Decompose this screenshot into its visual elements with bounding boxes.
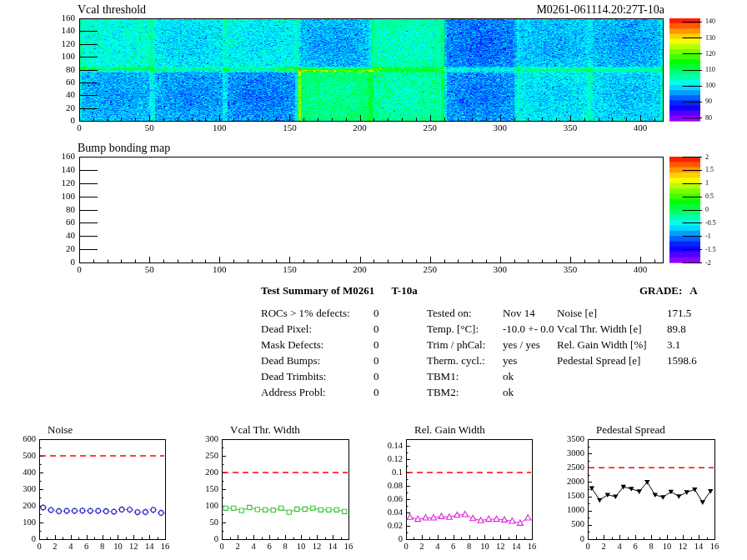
x-axis-tick-label: 250: [414, 122, 447, 132]
y-axis-tick-label: 40: [33, 230, 75, 240]
colorbar-tick-label: -1: [705, 232, 711, 240]
x-axis-tick-label: 50: [133, 264, 166, 274]
y-axis-tick-label: 160: [33, 12, 75, 22]
colorbar-tick-label: 80: [705, 114, 712, 122]
y-axis-tick-label: 140: [33, 164, 75, 174]
y-axis-tick-label: 500: [548, 519, 584, 528]
x-axis-tick-label: 100: [203, 122, 236, 132]
y-axis-tick-label: 100: [33, 191, 75, 201]
colorbar-tick-label: 110: [705, 66, 715, 73]
x-axis-tick-label: 16: [519, 542, 544, 551]
y-axis-tick-label: 3500: [548, 434, 584, 443]
colorbar-tick-label: -2: [705, 259, 711, 267]
x-axis-tick-label: 100: [203, 264, 236, 274]
x-axis-tick-label: 150: [273, 264, 306, 274]
module-test-report: Vcal threshold M0261-061114.20:27T-10a B…: [0, 0, 747, 560]
x-axis-tick-label: 16: [153, 542, 178, 551]
y-axis-tick-label: 150: [182, 484, 218, 493]
y-axis-tick-label: 2500: [548, 462, 584, 472]
x-axis-tick-label: 16: [702, 542, 727, 551]
y-axis-tick-label: 120: [33, 178, 75, 188]
y-axis-tick-label: 100: [0, 518, 36, 527]
y-axis-tick-label: 500: [0, 451, 36, 460]
x-axis-tick-label: 16: [336, 542, 361, 551]
colorbar-tick-label: 140: [705, 18, 715, 25]
x-axis-tick-label: 350: [554, 264, 587, 274]
x-axis-tick-label: 350: [554, 122, 587, 132]
x-axis-tick-label: 400: [624, 122, 657, 132]
colorbar-tick-label: 100: [705, 82, 715, 89]
y-axis-tick-label: 3000: [548, 448, 584, 458]
x-axis-tick-label: 50: [133, 122, 166, 132]
x-axis-tick-label: 0: [63, 122, 96, 132]
y-axis-tick-label: 200: [182, 468, 218, 477]
y-axis-tick-label: 100: [182, 501, 218, 510]
y-axis-tick-label: 0.04: [366, 508, 403, 517]
y-axis-tick-label: 80: [33, 204, 75, 214]
y-axis-tick-label: 600: [0, 434, 36, 443]
colorbar-tick-label: 120: [705, 50, 715, 58]
colorbar-tick-label: 2: [705, 153, 709, 161]
x-axis-tick-label: 300: [484, 122, 517, 132]
y-axis-tick-label: 300: [182, 434, 218, 443]
y-axis-tick-label: 0.02: [366, 521, 403, 530]
y-axis-tick-label: 60: [33, 217, 75, 227]
x-axis-tick-label: 200: [343, 264, 377, 274]
axis-labels-layer: 0204060801001201401600501001502002503003…: [0, 0, 747, 560]
colorbar-tick-label: 1: [705, 179, 709, 187]
x-axis-tick-label: 0: [63, 264, 96, 274]
x-axis-tick-label: 250: [414, 264, 447, 274]
y-axis-tick-label: 0.06: [366, 494, 403, 503]
y-axis-tick-label: 120: [33, 38, 75, 48]
colorbar-tick-label: 0: [705, 206, 709, 213]
y-axis-tick-label: 200: [0, 501, 36, 510]
colorbar-tick-label: 90: [705, 98, 712, 105]
y-axis-tick-label: 160: [33, 151, 75, 161]
y-axis-tick-label: 300: [0, 484, 36, 493]
y-axis-tick-label: 50: [182, 518, 218, 527]
y-axis-tick-label: 0.12: [366, 454, 403, 463]
y-axis-tick-label: 20: [33, 102, 75, 112]
y-axis-tick-label: 0.08: [366, 481, 403, 490]
y-axis-tick-label: 2000: [548, 477, 584, 486]
y-axis-tick-label: 100: [33, 51, 75, 61]
x-axis-tick-label: 200: [343, 122, 377, 132]
x-axis-tick-label: 150: [273, 122, 306, 132]
y-axis-tick-label: 0.14: [366, 441, 403, 450]
colorbar-tick-label: -1.5: [705, 246, 716, 253]
x-axis-tick-label: 400: [624, 264, 657, 274]
y-axis-tick-label: 20: [33, 243, 75, 253]
y-axis-tick-label: 140: [33, 25, 75, 35]
y-axis-tick-label: 80: [33, 64, 75, 74]
y-axis-tick-label: 400: [0, 468, 36, 477]
colorbar-tick-label: 130: [705, 34, 715, 42]
colorbar-tick-label: 1.5: [705, 166, 714, 173]
y-axis-tick-label: 40: [33, 89, 75, 99]
colorbar-tick-label: 0.5: [705, 192, 714, 200]
y-axis-tick-label: 1500: [548, 491, 584, 500]
y-axis-tick-label: 1000: [548, 505, 584, 514]
x-axis-tick-label: 300: [484, 264, 517, 274]
y-axis-tick-label: 0.1: [366, 468, 403, 477]
colorbar-tick-label: -0.5: [705, 219, 716, 227]
y-axis-tick-label: 250: [182, 451, 218, 460]
y-axis-tick-label: 60: [33, 77, 75, 87]
